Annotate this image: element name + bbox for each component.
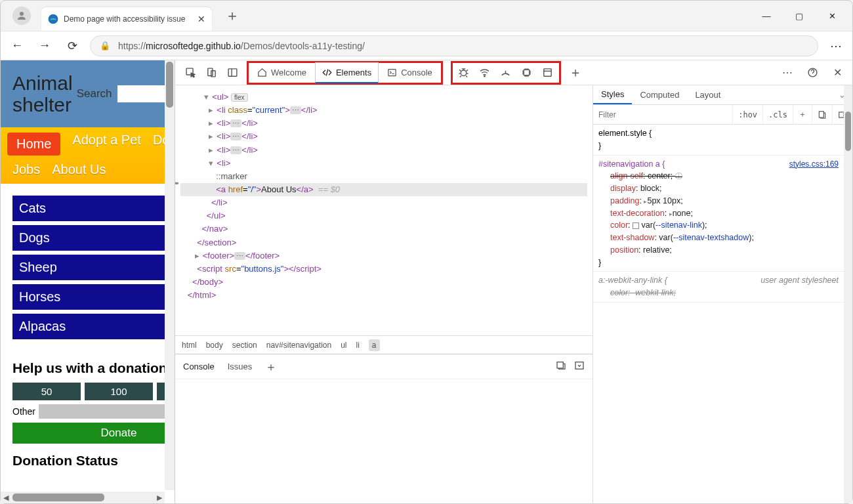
svg-point-8 xyxy=(461,70,467,76)
scroll-right-icon[interactable]: ▶ xyxy=(154,494,165,502)
help-icon[interactable] xyxy=(802,63,822,83)
bug-icon[interactable] xyxy=(454,63,474,83)
styles-toolbar: :hov .cls ＋ xyxy=(593,105,852,125)
scroll-left-icon[interactable]: ◀ xyxy=(1,494,11,502)
network-icon[interactable] xyxy=(475,63,495,83)
drawer-collapse-icon[interactable] xyxy=(574,360,585,373)
site-nav: Home Adopt a Pet Donate Jobs About Us xyxy=(1,127,175,184)
devtools-close-icon[interactable]: ✕ xyxy=(827,63,847,83)
drawer-add-icon[interactable]: ＋ xyxy=(265,359,277,375)
nav-about[interactable]: About Us xyxy=(52,162,106,177)
svg-rect-10 xyxy=(524,70,530,75)
donate-button[interactable]: Donate xyxy=(12,423,175,444)
svg-rect-7 xyxy=(388,70,396,76)
browser-menu-button[interactable]: ⋯ xyxy=(826,39,846,53)
content-area: Animalshelter Search Home Adopt a Pet Do… xyxy=(1,60,852,503)
donation-other-label: Other xyxy=(12,406,35,417)
drawer-tab-issues[interactable]: Issues xyxy=(228,362,253,371)
titlebar: Demo page with accessibility issue ✕ ＋ ―… xyxy=(1,1,852,31)
css-source-link[interactable]: styles.css:169 xyxy=(789,158,839,170)
browser-toolbar: ← → ⟳ 🔒 https://microsoftedge.github.io/… xyxy=(1,31,852,60)
category-cats[interactable]: Cats xyxy=(12,196,175,221)
category-alpacas[interactable]: Alpacas xyxy=(12,314,175,339)
donation-section: Help us with a donation 50 100 200 Other… xyxy=(1,360,175,482)
scrollbar-thumb[interactable] xyxy=(12,494,104,501)
browser-tab[interactable]: Demo page with accessibility issue ✕ xyxy=(41,7,212,31)
svg-point-9 xyxy=(484,75,485,76)
maximize-button[interactable]: ▢ xyxy=(784,5,814,26)
performance-icon[interactable] xyxy=(496,63,516,83)
donation-50[interactable]: 50 xyxy=(12,383,81,400)
refresh-button[interactable]: ⟳ xyxy=(62,36,82,56)
page-header: Animalshelter Search xyxy=(1,60,175,127)
dom-tree[interactable]: ▾<ul> flex ▸<li class="current">⋯</li> ▸… xyxy=(175,85,593,335)
donation-100[interactable]: 100 xyxy=(85,383,153,400)
lock-icon: 🔒 xyxy=(100,41,110,51)
styles-tabs: Styles Computed Layout ⌄ xyxy=(593,85,852,105)
window-controls: ― ▢ ✕ xyxy=(751,5,847,26)
scrollbar-thumb[interactable] xyxy=(166,62,173,108)
tab-welcome[interactable]: Welcome xyxy=(250,62,314,83)
application-icon[interactable] xyxy=(538,63,558,83)
tools-highlight-box xyxy=(451,61,561,85)
category-dogs[interactable]: Dogs xyxy=(12,225,175,251)
subtab-layout[interactable]: Layout xyxy=(687,85,728,104)
page-title: Animalshelter xyxy=(12,72,73,116)
category-sheep[interactable]: Sheep xyxy=(12,255,175,280)
console-icon xyxy=(387,68,397,77)
category-horses[interactable]: Horses xyxy=(12,284,175,310)
devtools: Welcome Elements Console xyxy=(175,60,852,503)
devtools-more-icon[interactable]: ⋯ xyxy=(778,63,797,83)
profile-icon[interactable] xyxy=(12,7,31,25)
drawer-tab-console[interactable]: Console xyxy=(183,362,215,371)
scrollbar-thumb[interactable] xyxy=(845,112,851,151)
minimize-button[interactable]: ― xyxy=(751,5,781,26)
page-vertical-scrollbar[interactable] xyxy=(165,60,175,490)
selected-dom-node[interactable]: <a href="/">About Us</a> == $0 xyxy=(180,183,587,196)
hov-toggle[interactable]: :hov xyxy=(732,105,762,124)
drawer-tool-icon[interactable] xyxy=(556,360,566,373)
inspect-element-icon[interactable] xyxy=(180,63,200,83)
tab-console[interactable]: Console xyxy=(380,62,440,83)
tab-elements[interactable]: Elements xyxy=(315,62,379,83)
svg-point-0 xyxy=(20,12,24,16)
console-drawer-tabs: Console Issues ＋ xyxy=(175,354,593,379)
device-emulation-icon[interactable] xyxy=(201,63,221,83)
forward-button[interactable]: → xyxy=(35,36,54,56)
console-drawer-body[interactable] xyxy=(175,379,593,503)
add-tab-icon[interactable]: ＋ xyxy=(566,63,585,83)
computed-panel-icon[interactable] xyxy=(812,105,832,124)
cls-toggle[interactable]: .cls xyxy=(762,105,793,124)
dom-breadcrumb[interactable]: html body section nav#sitenavigation ul … xyxy=(175,335,593,354)
new-rule-icon[interactable]: ＋ xyxy=(793,105,812,124)
elements-pane: ▾<ul> flex ▸<li class="current">⋯</li> ▸… xyxy=(175,85,593,503)
tab-favicon-icon xyxy=(48,14,58,24)
tab-title: Demo page with accessibility issue xyxy=(64,14,192,24)
nav-adopt[interactable]: Adopt a Pet xyxy=(72,133,141,156)
address-bar[interactable]: 🔒 https://microsoftedge.github.io/Demos/… xyxy=(90,35,818,56)
url-text: https://microsoftedge.github.io/Demos/de… xyxy=(118,41,365,51)
new-tab-button[interactable]: ＋ xyxy=(225,6,239,26)
donation-other-input[interactable] xyxy=(39,404,175,419)
browser-window: Demo page with accessibility issue ✕ ＋ ―… xyxy=(0,0,853,504)
nav-home[interactable]: Home xyxy=(7,133,60,156)
code-icon xyxy=(322,68,332,77)
styles-scrollbar[interactable] xyxy=(844,85,852,503)
devtools-tabbar: Welcome Elements Console xyxy=(175,60,852,85)
close-button[interactable]: ✕ xyxy=(817,5,847,26)
css-rules[interactable]: element.style { } #sitenavigation a {sty… xyxy=(593,125,852,503)
memory-icon[interactable] xyxy=(517,63,537,83)
styles-pane: Styles Computed Layout ⌄ :hov .cls ＋ xyxy=(593,85,852,503)
home-icon xyxy=(257,68,267,77)
search-label: Search xyxy=(77,87,112,100)
svg-rect-11 xyxy=(544,69,551,76)
tab-close-icon[interactable]: ✕ xyxy=(198,14,205,24)
styles-filter-input[interactable] xyxy=(593,105,732,124)
dock-icon[interactable] xyxy=(222,63,242,83)
nav-jobs[interactable]: Jobs xyxy=(12,162,40,177)
page-horizontal-scrollbar[interactable]: ◀ ▶ xyxy=(1,492,165,503)
tabs-highlight-box: Welcome Elements Console xyxy=(247,61,443,85)
subtab-styles[interactable]: Styles xyxy=(593,85,632,104)
back-button[interactable]: ← xyxy=(7,36,27,56)
subtab-computed[interactable]: Computed xyxy=(632,85,687,104)
